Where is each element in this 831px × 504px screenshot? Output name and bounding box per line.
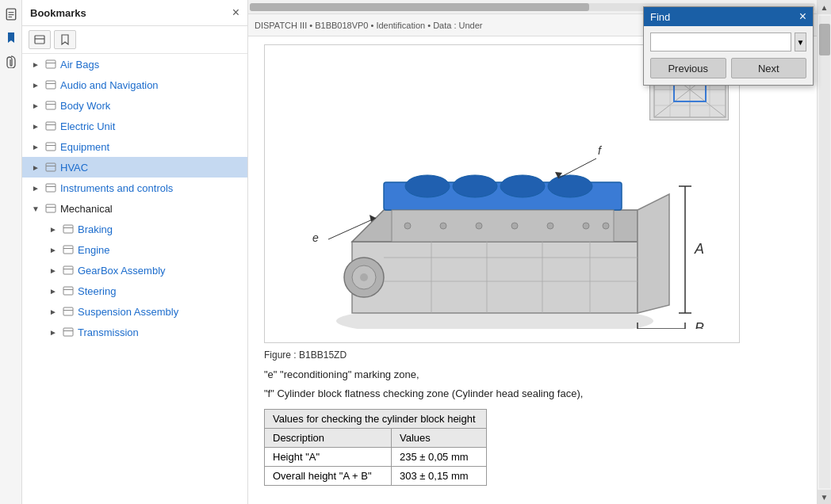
chevron-right-icon: ► [48,326,59,338]
sidebar-item-label-air-bags: Air Bags [60,59,99,71]
chevron-right-icon: ► [48,306,59,317]
sidebar-item-electric-unit[interactable]: ► Electric Unit [22,116,247,136]
sidebar-item-label-braking: Braking [78,223,113,235]
chevron-right-icon: ► [30,162,41,173]
sidebar-item-mechanical[interactable]: ▼ Mechanical [22,198,247,219]
sidebar-title: Bookmarks [30,7,86,19]
svg-point-40 [453,175,497,197]
sidebar-item-body-work[interactable]: ► Body Work [22,95,247,116]
table-caption: Values for checking the cylinder block h… [265,410,487,429]
bookmark-item-icon [62,284,75,297]
page-icon[interactable] [3,6,19,22]
svg-rect-8 [46,81,56,89]
sidebar-item-label-mechanical: Mechanical [60,203,113,215]
table-header-values: Values [392,429,487,448]
sidebar-item-suspension-assembly[interactable]: ► Suspension Assembly [22,301,247,322]
find-dialog-close-button[interactable]: × [799,10,806,23]
scroll-track[interactable] [819,16,830,488]
svg-rect-12 [46,122,56,130]
left-toolbar [0,0,22,504]
sidebar-item-gearbox-assembly[interactable]: ► GearBox Assembly [22,260,247,281]
svg-point-61 [511,223,518,229]
vertical-scrollbar[interactable]: ▲ ▼ [817,0,831,504]
svg-text:A: A [694,241,704,257]
bookmark-item-icon [62,305,75,318]
sidebar-item-label-body-work: Body Work [60,100,110,112]
find-next-button[interactable]: Next [731,58,807,78]
find-dialog: Find × ▼ Previous Next [643,6,814,86]
figure-caption: Figure : B1BB15ZD [264,349,801,361]
sidebar-item-engine[interactable]: ► Engine [22,239,247,260]
sidebar-item-label-suspension: Suspension Assembly [78,306,178,318]
svg-rect-57 [392,210,614,242]
figure-text-line1: "e" "reconditioning" marking zone, [264,367,801,383]
sidebar-item-braking[interactable]: ► Braking [22,219,247,239]
svg-rect-6 [46,60,56,68]
find-dialog-header: Find × [644,7,813,26]
bookmark-item-icon [62,264,75,277]
svg-point-62 [547,223,553,229]
bookmark-item-icon [44,202,57,215]
list-view-button[interactable] [29,30,51,49]
sidebar-item-steering[interactable]: ► Steering [22,281,247,301]
attachment-icon[interactable] [3,54,19,70]
sidebar-item-label-audio: Audio and Navigation [60,79,159,91]
svg-text:e: e [312,231,319,244]
scroll-up-button[interactable]: ▲ [818,0,832,14]
svg-rect-32 [63,328,73,336]
sidebar: Bookmarks × ► [22,0,248,504]
svg-point-64 [603,223,609,229]
find-buttons-row: Previous Next [650,58,806,78]
figure-text-line2: "f" Cylinder block flatness checking zon… [264,386,801,402]
sidebar-item-transmission[interactable]: ► Transmission [22,322,247,342]
scroll-down-button[interactable]: ▼ [818,490,832,504]
svg-point-41 [500,175,545,197]
breadcrumb-text: DISPATCH III • B1BB018VP0 • Identificati… [255,21,483,30]
bookmark-item-icon [62,223,75,235]
chevron-right-icon: ► [30,59,41,70]
bookmark-view-button[interactable] [54,30,76,49]
table-cell-value-2: 303 ± 0,15 mm [392,467,487,486]
bookmark-item-icon [44,78,57,91]
sidebar-item-label-engine: Engine [78,244,109,256]
sidebar-item-hvac[interactable]: ► HVAC [22,157,247,178]
bookmark-item-icon [44,120,57,132]
sidebar-close-button[interactable]: × [232,6,239,19]
sidebar-item-label-gearbox: GearBox Assembly [78,265,166,277]
svg-rect-22 [63,225,73,233]
sidebar-item-label-hvac: HVAC [60,162,88,174]
find-previous-button[interactable]: Previous [650,58,726,78]
bookmark-item-icon [44,99,57,112]
svg-rect-30 [63,307,73,315]
sidebar-item-equipment[interactable]: ► Equipment [22,136,247,157]
svg-point-37 [360,273,368,281]
svg-rect-10 [46,101,56,109]
engine-diagram: A B e [273,53,733,334]
sidebar-item-instruments-controls[interactable]: ► Instruments and controls [22,178,247,198]
table-cell-value-1: 235 ± 0,05 mm [392,448,487,467]
chevron-right-icon: ► [48,223,59,235]
sidebar-item-air-bags[interactable]: ► Air Bags [22,54,247,74]
scroll-thumb[interactable] [819,24,830,55]
bookmark-item-icon [62,326,75,338]
bookmark-icon[interactable] [3,30,19,46]
find-dropdown-button[interactable]: ▼ [795,32,806,52]
svg-rect-4 [35,36,44,44]
sidebar-item-label-equipment: Equipment [60,141,109,153]
svg-point-63 [583,223,589,229]
sidebar-item-audio-navigation[interactable]: ► Audio and Navigation [22,74,247,95]
find-dialog-title: Find [650,11,670,23]
figure-container: A B e [264,44,740,343]
table-cell-description-1: Height "A" [265,448,392,467]
svg-rect-24 [63,246,73,254]
chevron-right-icon: ► [30,79,41,90]
chevron-right-icon: ► [30,141,41,152]
svg-rect-18 [46,184,56,192]
find-input[interactable] [650,32,791,52]
svg-text:f: f [598,144,603,157]
svg-point-58 [404,223,411,229]
svg-rect-26 [63,266,73,274]
svg-point-39 [405,175,450,197]
svg-rect-20 [46,204,56,212]
sidebar-tree: ► Air Bags ► Audio and Navigat [22,54,247,504]
